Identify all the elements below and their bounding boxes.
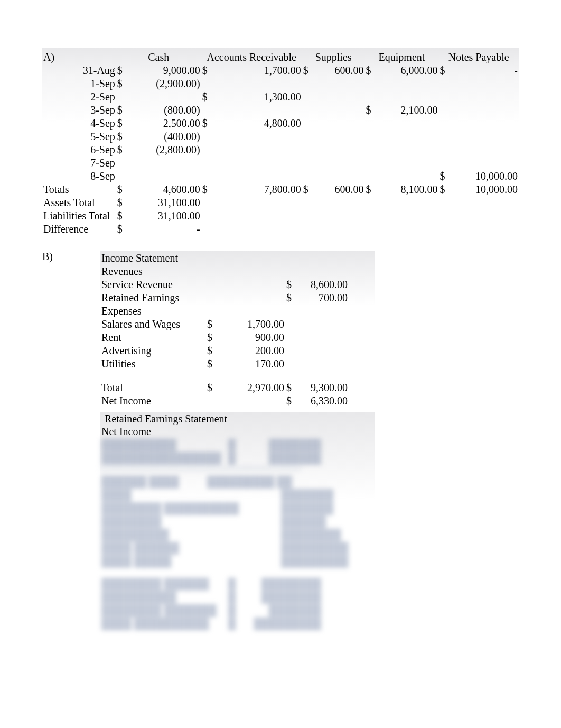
blurred-content: ██████████████████ █████████████████████… bbox=[100, 438, 375, 630]
income-statement: Income Statement Revenues Service Revenu… bbox=[100, 251, 375, 409]
re-net-income-label: Net Income bbox=[100, 425, 227, 438]
income-statement-title: Income Statement bbox=[100, 252, 206, 265]
expense-row: Salares and Wages $ 1,700.00 bbox=[100, 318, 349, 331]
table-row: 1-Sep $ (2,900.00) bbox=[42, 77, 519, 90]
expense-row: Advertising $ 200.00 bbox=[100, 344, 349, 357]
service-revenue-label: Service Revenue bbox=[100, 278, 206, 291]
section-b-label: B) bbox=[42, 251, 100, 631]
totals-row: Totals $ 4,600.00 $ 7,800.00 $ 600.00 $ … bbox=[42, 183, 519, 196]
col-header-supplies: Supplies bbox=[302, 51, 365, 64]
expense-row: Utilities $ 170.00 bbox=[100, 357, 349, 371]
income-statement-table: Income Statement Revenues Service Revenu… bbox=[100, 252, 349, 408]
retained-earnings-statement-title: Retained Earnings Statement bbox=[100, 413, 375, 425]
transactions-table: A) Cash Accounts Receivable Supplies Equ… bbox=[42, 51, 519, 236]
section-a-label: A) bbox=[42, 51, 67, 64]
table-row: 8-Sep $ 10,000.00 bbox=[42, 170, 519, 183]
expense-row: Rent $ 900.00 bbox=[100, 331, 349, 344]
date-cell: 31-Aug bbox=[67, 64, 116, 77]
table-row: 31-Aug $ 9,000.00 $ 1,700.00 $ 600.00 $ … bbox=[42, 64, 519, 77]
table-row: 7-Sep bbox=[42, 156, 519, 170]
section-b: B) Income Statement Revenues bbox=[42, 251, 519, 631]
table-header-row: A) Cash Accounts Receivable Supplies Equ… bbox=[42, 51, 519, 64]
table-row: 4-Sep $ 2,500.00 $ 4,800.00 bbox=[42, 117, 519, 130]
table-row: 6-Sep $ (2,800.00) bbox=[42, 143, 519, 156]
col-header-equipment: Equipment bbox=[365, 51, 439, 64]
retained-earnings-label: Retained Earnings bbox=[100, 291, 206, 305]
table-row: 2-Sep $ 1,300.00 bbox=[42, 90, 519, 104]
total-row: Total $ 2,970.00 $ 9,300.00 bbox=[100, 381, 349, 394]
section-a: A) Cash Accounts Receivable Supplies Equ… bbox=[42, 48, 519, 236]
col-header-ar: Accounts Receivable bbox=[201, 51, 302, 64]
col-header-notes-payable: Notes Payable bbox=[438, 51, 519, 64]
liabilities-total-row: Liabilities Total $ 31,100.00 bbox=[42, 209, 519, 223]
col-header-cash: Cash bbox=[116, 51, 201, 64]
assets-total-row: Assets Total $ 31,100.00 bbox=[42, 196, 519, 209]
revenues-label: Revenues bbox=[100, 265, 206, 278]
difference-row: Difference $ - bbox=[42, 223, 519, 236]
net-income-row: Net Income $ 6,330.00 bbox=[100, 394, 349, 408]
retained-earnings-statement: Retained Earnings Statement Net Income bbox=[100, 412, 375, 631]
table-row: 5-Sep $ (400.00) bbox=[42, 130, 519, 143]
expenses-label: Expenses bbox=[100, 305, 206, 318]
table-row: 3-Sep $ (800.00) $ 2,100.00 bbox=[42, 104, 519, 117]
